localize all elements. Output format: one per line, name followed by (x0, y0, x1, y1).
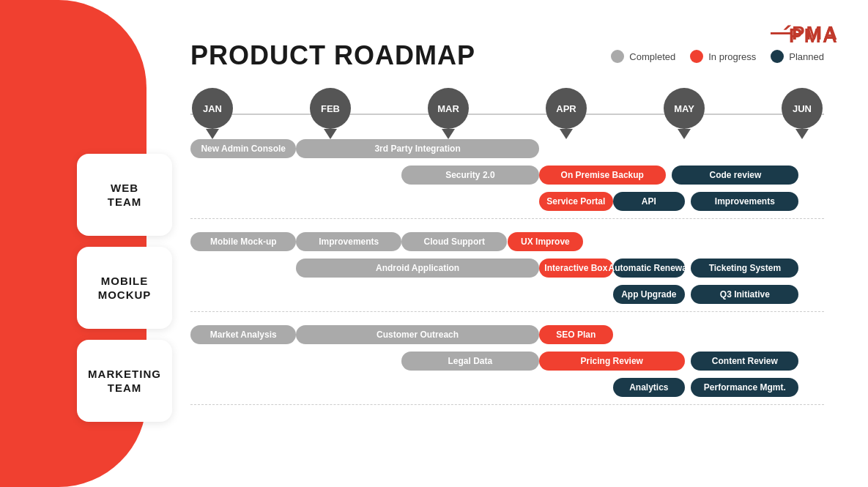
team-label-2: MARKETINGTEAM (77, 340, 172, 422)
row-bars-1-1: Android ApplicationInteractive BoxAutoma… (190, 259, 824, 280)
task-bar-mobile-mock-up: Mobile Mock-up (190, 232, 296, 251)
task-bar-automatic-renewal: Automatic Renewal (613, 259, 685, 278)
legend-completed-label: Completed (629, 51, 675, 62)
legend-inprogress-label: In progress (708, 51, 756, 62)
month-circle-feb: FEB (310, 88, 351, 129)
page-title: PRODUCT ROADMAP (190, 40, 475, 71)
team-section-1: MOBILEMOCKUPMobile Mock-upImprovementsCl… (190, 232, 824, 312)
task-bar-legal-data: Legal Data (401, 352, 539, 371)
month-circle-may: MAY (664, 88, 705, 129)
month-circle-mar: MAR (428, 88, 469, 129)
legend-planned: Planned (771, 50, 824, 63)
row-bars-2-0: Market AnalysisCustomer OutreachSEO Plan (190, 325, 824, 347)
task-bar-ux-improve: UX Improve (508, 232, 584, 251)
divider-2 (190, 404, 824, 405)
months-row: JANFEBMARAPRMAYJUN (190, 88, 824, 129)
divider-1 (190, 311, 824, 312)
legend-planned-label: Planned (789, 51, 824, 62)
row-bars-0-1: Security 2.0On Premise BackupCode review (190, 166, 824, 187)
task-bar-pricing-review: Pricing Review (539, 352, 685, 371)
row-bars-1-0: Mobile Mock-upImprovementsCloud SupportU… (190, 232, 824, 254)
task-bar-interactive-box: Interactive Box (539, 259, 613, 278)
task-bar-code-review: Code review (672, 166, 798, 185)
team-label-0: WEBTEAM (77, 154, 172, 236)
row-bars-0-0: New Admin Console3rd Party Integration (190, 139, 824, 161)
task-bar-app-upgrade: App Upgrade (613, 285, 685, 304)
task-bar-api: API (613, 192, 685, 211)
team-section-0: WEBTEAMNew Admin Console3rd Party Integr… (190, 139, 824, 219)
task-bar-performance-mgmt.: Performance Mgmt. (691, 378, 798, 397)
task-bar-android-application: Android Application (296, 259, 538, 278)
task-bar-improvements: Improvements (691, 192, 798, 211)
legend-completed: Completed (611, 50, 675, 63)
task-bar-on-premise-backup: On Premise Backup (539, 166, 666, 185)
month-pin-mar: MAR (426, 88, 470, 129)
task-bar-content-review: Content Review (691, 352, 798, 371)
task-bar-improvements: Improvements (296, 232, 401, 251)
team-section-2: MARKETINGTEAMMarket AnalysisCustomer Out… (190, 325, 824, 405)
pma-logo-text: ⸻PMA (769, 21, 839, 45)
main-content: PRODUCT ROADMAP Completed In progress Pl… (146, 0, 868, 487)
task-bar-service-portal: Service Portal (539, 192, 613, 211)
row-bars-1-2: App UpgradeQ3 Initiative (190, 285, 824, 307)
team-label-1: MOBILEMOCKUP (77, 247, 172, 329)
task-bar-cloud-support: Cloud Support (401, 232, 507, 251)
task-bar-q3-initiative: Q3 Initiative (691, 285, 798, 304)
task-bar-analytics: Analytics (613, 378, 685, 397)
month-circle-apr: APR (546, 88, 587, 129)
task-bar-ticketing-system: Ticketing System (691, 259, 798, 278)
divider-0 (190, 218, 824, 219)
month-circle-jan: JAN (192, 88, 233, 129)
legend-inprogress-dot (690, 50, 703, 63)
row-bars-0-2: Service PortalAPIImprovements (190, 192, 824, 214)
legend: Completed In progress Planned (611, 50, 824, 63)
task-bar-security-2.0: Security 2.0 (401, 166, 539, 185)
task-bar-3rd-party-integration: 3rd Party Integration (296, 139, 538, 158)
month-pin-feb: FEB (308, 88, 352, 129)
row-bars-2-1: Legal DataPricing ReviewContent Review (190, 352, 824, 373)
task-bar-seo-plan: SEO Plan (539, 325, 613, 344)
legend-planned-dot (771, 50, 784, 63)
month-pin-jan: JAN (190, 88, 234, 129)
month-circle-jun: JUN (782, 88, 823, 129)
task-bar-customer-outreach: Customer Outreach (296, 325, 538, 344)
task-bar-market-analysis: Market Analysis (190, 325, 296, 344)
month-pin-may: MAY (662, 88, 706, 129)
month-pin-apr: APR (544, 88, 588, 129)
legend-completed-dot (611, 50, 624, 63)
task-bar-new-admin-console: New Admin Console (190, 139, 296, 158)
rows-area: WEBTEAMNew Admin Console3rd Party Integr… (190, 139, 824, 472)
row-bars-2-2: AnalyticsPerformance Mgmt. (190, 378, 824, 400)
legend-inprogress: In progress (690, 50, 756, 63)
month-pin-jun: JUN (780, 88, 824, 129)
